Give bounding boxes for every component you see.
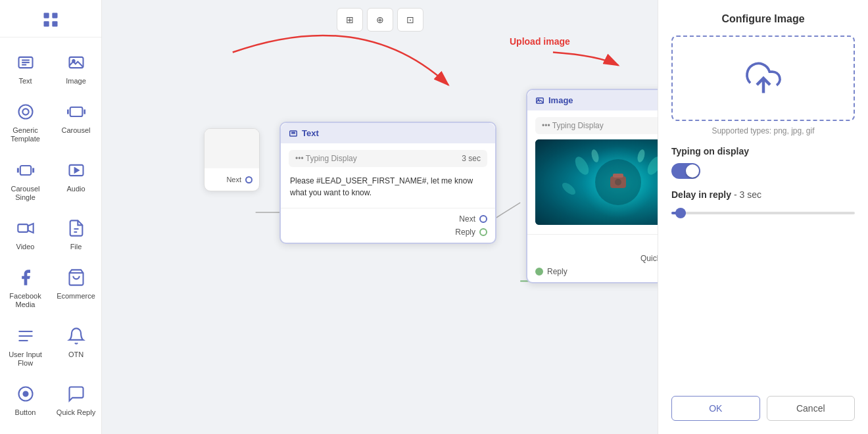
- image-icon: [64, 51, 88, 74]
- sidebar-item-button[interactable]: Button: [1, 375, 49, 422]
- svg-rect-15: [20, 166, 30, 175]
- typing-toggle-row: [671, 163, 855, 179]
- image-node-reply-left-dot[interactable]: [535, 268, 543, 276]
- sidebar-item-file-label: File: [70, 243, 82, 251]
- sidebar-item-otn[interactable]: OTN: [52, 318, 100, 373]
- image-node-preview: [535, 139, 658, 225]
- typing-toggle[interactable]: [671, 163, 700, 179]
- image-node-header: Image: [527, 90, 658, 110]
- video-icon: [14, 216, 37, 240]
- text-node-typing: ••• Typing Display 3 sec: [289, 150, 487, 167]
- sidebar-item-facebook-media[interactable]: Facebook Media: [1, 259, 49, 314]
- sidebar-item-otn-label: OTN: [68, 350, 84, 359]
- sidebar-item-carousel-single[interactable]: Carousel Single: [1, 152, 49, 207]
- image-node[interactable]: Image ••• Typing Display 3 sec: [526, 89, 658, 283]
- svg-rect-1: [52, 13, 57, 18]
- sidebar-item-quick-reply-label: Quick Reply: [57, 408, 95, 417]
- slider-track: [671, 212, 855, 214]
- sidebar-item-generic-template[interactable]: Generic Template: [1, 93, 49, 149]
- svg-rect-3: [52, 21, 57, 26]
- delay-slider[interactable]: [671, 206, 855, 220]
- sidebar-item-video-label: Video: [16, 243, 35, 251]
- svg-line-32: [494, 203, 520, 219]
- delay-row: Delay in reply - 3 sec: [671, 189, 855, 200]
- partial-node: Next: [204, 128, 260, 191]
- upload-area[interactable]: [671, 36, 855, 121]
- carousel-icon: [64, 100, 88, 124]
- new-sequence-icon: [14, 431, 37, 434]
- sidebar-top-icon[interactable]: [0, 5, 101, 37]
- sidebar-item-image[interactable]: Image: [52, 44, 100, 91]
- svg-rect-20: [18, 224, 28, 232]
- text-node-footer: Next Reply: [281, 208, 495, 243]
- image-node-typing: ••• Typing Display 3 sec: [535, 117, 658, 134]
- sidebar-item-audio[interactable]: Audio: [52, 152, 100, 207]
- delay-label: Delay in reply: [671, 189, 731, 200]
- svg-rect-12: [70, 107, 82, 116]
- slider-thumb[interactable]: [675, 208, 686, 218]
- svg-point-29: [23, 391, 28, 396]
- svg-point-52: [615, 179, 621, 185]
- svg-marker-19: [74, 168, 78, 172]
- audio-icon: [64, 158, 88, 182]
- toggle-knob: [686, 164, 699, 178]
- user-input-flow-icon: [14, 324, 37, 348]
- svg-rect-51: [613, 174, 623, 178]
- svg-rect-0: [44, 13, 49, 18]
- text-node-body: ••• Typing Display 3 sec Please #LEAD_US…: [281, 143, 495, 208]
- canvas[interactable]: ⊞ ⊕ ⊡ Upload image: [102, 0, 658, 434]
- svg-marker-21: [28, 224, 33, 233]
- ecommerce-icon: [64, 266, 88, 289]
- canvas-controls: ⊞ ⊕ ⊡: [337, 8, 423, 32]
- sidebar-item-ecommerce-label: Ecommerce: [57, 292, 95, 301]
- carousel-single-icon: [14, 158, 37, 182]
- sidebar-item-sequence-single[interactable]: Sequence Single: [52, 425, 100, 434]
- text-node[interactable]: Text ••• Typing Display 3 sec Please #LE…: [279, 122, 496, 244]
- supported-types-text: Supported types: png, jpg, gif: [671, 126, 855, 135]
- fit-button[interactable]: ⊞: [337, 8, 363, 32]
- image-node-port-next: Next: [535, 239, 658, 252]
- sidebar-item-new-sequence[interactable]: New Sequence: [1, 425, 49, 434]
- sequence-single-icon: [64, 431, 88, 434]
- sidebar-item-quick-reply[interactable]: Quick Reply: [52, 375, 100, 422]
- sidebar-item-video[interactable]: Video: [1, 210, 49, 256]
- quick-reply-icon: [64, 382, 88, 406]
- delay-value: 3 sec: [740, 189, 761, 200]
- sidebar-item-facebook-media-label: Facebook Media: [4, 292, 47, 309]
- generic-template-icon: [14, 100, 37, 124]
- panel-actions: OK Cancel: [671, 396, 855, 421]
- text-node-next-dot[interactable]: [479, 215, 487, 223]
- upload-image-annotation: Upload image: [510, 36, 570, 47]
- sidebar-item-text[interactable]: Text: [1, 44, 49, 91]
- image-node-body: ••• Typing Display 3 sec: [527, 110, 658, 234]
- center-button[interactable]: ⊕: [367, 8, 393, 32]
- sidebar-item-ecommerce[interactable]: Ecommerce: [52, 259, 100, 314]
- text-node-header: Text: [281, 123, 495, 143]
- sidebar-item-carousel-single-label: Carousel Single: [4, 185, 47, 202]
- svg-point-11: [22, 109, 28, 115]
- sidebar-item-carousel[interactable]: Carousel: [52, 93, 100, 149]
- sidebar: Text Image Generic Template Carousel: [0, 0, 102, 434]
- sidebar-grid: Text Image Generic Template Carousel: [0, 43, 101, 434]
- text-icon: [14, 51, 37, 74]
- sidebar-item-image-label: Image: [66, 77, 86, 85]
- ok-button[interactable]: OK: [671, 396, 760, 421]
- text-node-content: Please #LEAD_USER_FIRST_NAME#, let me kn…: [289, 172, 487, 201]
- text-node-port-reply: Reply: [289, 226, 487, 239]
- typing-display-label: Typing on display: [671, 146, 855, 157]
- cancel-button[interactable]: Cancel: [767, 396, 856, 421]
- upload-cloud-icon: [744, 59, 783, 98]
- sidebar-item-user-input-flow[interactable]: User Input Flow: [1, 318, 49, 373]
- zoom-button[interactable]: ⊡: [397, 8, 423, 32]
- button-icon: [14, 382, 37, 406]
- image-node-footer: Next Quick Replies Reply: [527, 234, 658, 282]
- sidebar-item-file[interactable]: File: [52, 210, 100, 256]
- text-node-title: Text: [302, 128, 319, 138]
- otn-icon: [64, 324, 88, 348]
- file-icon: [64, 216, 88, 240]
- text-node-reply-dot[interactable]: [479, 228, 487, 236]
- sidebar-item-audio-label: Audio: [66, 185, 85, 193]
- panel-title: Configure Image: [671, 13, 855, 25]
- image-node-port-quick-replies: Quick Replies: [535, 252, 658, 265]
- sidebar-item-generic-template-label: Generic Template: [4, 126, 47, 143]
